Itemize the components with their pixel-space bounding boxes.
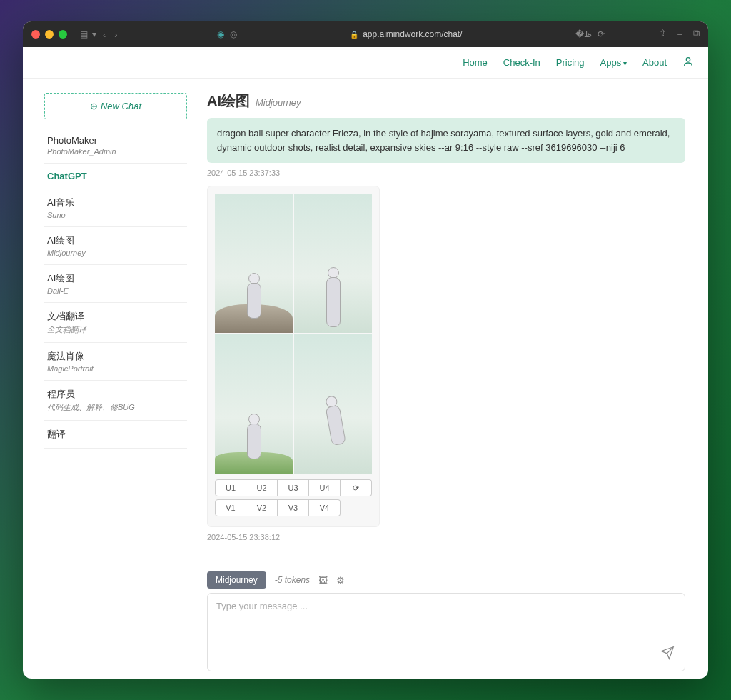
generated-image-1[interactable] [215,194,293,333]
ai-reply: U1 U2 U3 U4 ⟳ V1 V2 V3 V4 [207,186,380,527]
back-button[interactable]: ‹ [101,29,108,40]
sidebar-item-translate[interactable]: 翻译 [44,421,187,449]
new-chat-label: New Chat [101,101,141,111]
nav-home[interactable]: Home [463,57,488,68]
generated-image-grid[interactable] [215,194,372,474]
new-tab-icon[interactable]: ＋ [675,28,685,41]
nav-checkin[interactable]: Check-In [503,57,540,68]
new-chat-button[interactable]: ⊕ New Chat [44,93,187,119]
browser-window: ▤ ▾ ‹ › ◉ ◎ 🔒 app.aimindwork.com/chat/ �… [23,21,708,679]
reroll-button[interactable]: ⟳ [341,479,372,496]
shield-icon[interactable]: ◉ [217,29,224,39]
sidebar-item-ai-draw-mj[interactable]: AI绘图 Midjourney [44,227,187,265]
generated-image-2[interactable] [294,194,372,333]
generated-image-4[interactable] [294,334,372,474]
dropdown-icon[interactable]: ▾ [92,29,96,39]
nav-pricing[interactable]: Pricing [556,57,585,68]
upscale-row: U1 U2 U3 U4 ⟳ [215,479,372,496]
send-button[interactable] [660,646,675,664]
sidebar-item-ai-draw-dalle[interactable]: AI绘图 Dall-E [44,265,187,303]
sidebar-item-photomaker[interactable]: PhotoMaker PhotoMaker_Admin [44,128,187,164]
v1-button[interactable]: V1 [215,499,246,516]
main-content: AI绘图 Midjourney dragon ball super charac… [194,79,708,679]
minimize-window-button[interactable] [45,30,54,39]
message-input[interactable] [216,601,676,658]
nav-about[interactable]: About [642,57,667,68]
sidebar-item-programmer[interactable]: 程序员 代码生成、解释、修BUG [44,381,187,421]
v4-button[interactable]: V4 [309,499,341,516]
user-icon[interactable] [682,56,694,69]
sidebar: ⊕ New Chat PhotoMaker PhotoMaker_Admin C… [23,79,194,679]
address-bar[interactable]: 🔒 app.aimindwork.com/chat/ [243,29,570,39]
forward-button[interactable]: › [112,29,119,40]
v3-button[interactable]: V3 [278,499,309,516]
nav-apps[interactable]: Apps [600,57,627,68]
u4-button[interactable]: U4 [309,479,341,496]
maximize-window-button[interactable] [59,30,67,39]
gear-icon[interactable]: ⚙ [336,575,345,586]
lock-icon: 🔒 [350,31,358,39]
tabs-icon[interactable]: ⧉ [693,28,700,41]
close-window-button[interactable] [31,30,40,39]
titlebar: ▤ ▾ ‹ › ◉ ◎ 🔒 app.aimindwork.com/chat/ �… [23,21,708,47]
reload-icon[interactable]: ⟳ [598,29,605,39]
sidebar-item-ai-music[interactable]: AI音乐 Suno [44,189,187,227]
share-icon[interactable]: ⇪ [659,28,667,41]
svg-point-0 [686,58,690,61]
plus-icon: ⊕ [90,101,98,111]
token-count: -5 tokens [275,575,310,585]
composer [207,593,685,671]
variation-row: V1 V2 V3 V4 [215,499,372,516]
user-prompt: dragon ball super character Frieza, in t… [207,118,685,163]
reader-icon[interactable]: �ظ [575,29,592,39]
generated-image-3[interactable] [215,334,293,474]
sidebar-item-chatgpt[interactable]: ChatGPT [44,164,187,189]
prompt-timestamp: 2024-05-15 23:37:33 [207,169,685,177]
page-title: AI绘图 Midjourney [207,91,685,111]
top-nav: Home Check-In Pricing Apps About [23,47,708,79]
url-text: app.aimindwork.com/chat/ [363,29,462,39]
u2-button[interactable]: U2 [246,479,278,496]
u3-button[interactable]: U3 [278,479,309,496]
window-controls [31,30,67,39]
sidebar-item-magic-portrait[interactable]: 魔法肖像 MagicPortrait [44,343,187,381]
sidebar-item-doc-translate[interactable]: 文档翻译 全文档翻译 [44,303,187,343]
u1-button[interactable]: U1 [215,479,246,496]
v2-button[interactable]: V2 [246,499,278,516]
image-icon[interactable]: 🖼 [318,575,328,586]
sidebar-toggle-icon[interactable]: ▤ [80,29,88,39]
page-subtitle: Midjourney [256,97,301,108]
extension-icon[interactable]: ◎ [230,29,237,39]
reply-timestamp: 2024-05-15 23:38:12 [207,533,685,541]
composer-area: Midjourney -5 tokens 🖼 ⚙ [207,561,685,671]
model-pill[interactable]: Midjourney [207,571,266,589]
